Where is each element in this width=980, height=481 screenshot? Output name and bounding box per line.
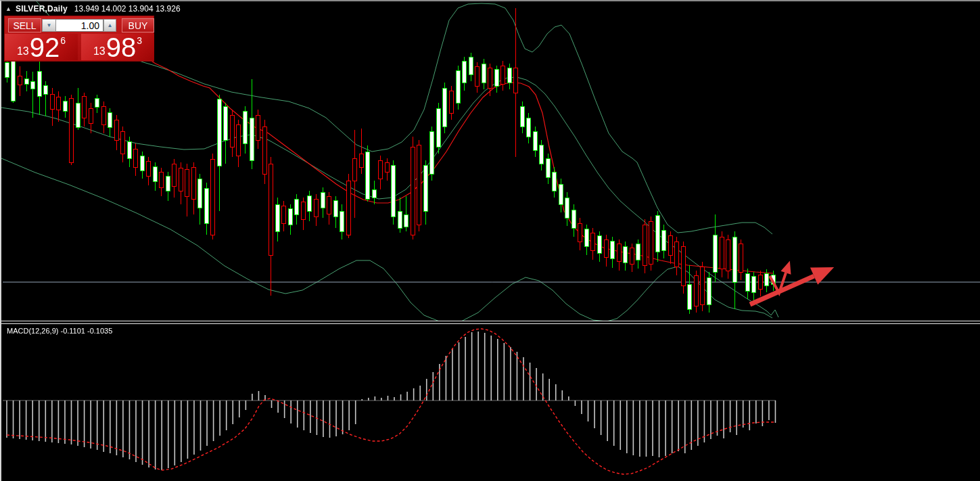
volume-increase-button[interactable]: ▲ [103, 19, 116, 32]
sell-button[interactable]: SELL [8, 18, 41, 32]
macd-indicator-area[interactable] [1, 324, 980, 481]
buy-button[interactable]: BUY [122, 18, 154, 32]
chart-title-bar: ▲ SILVER,Daily 13.949 14.002 13.904 13.9… [5, 3, 181, 14]
sell-price-big-digits: 92 [30, 37, 60, 59]
collapse-trade-panel-icon[interactable]: ▲ [5, 5, 11, 12]
sell-price-pip-digit: 6 [60, 36, 66, 45]
volume-input[interactable] [56, 19, 103, 32]
buy-price-big-digits: 98 [106, 37, 137, 59]
sell-price-prefix: 13 [17, 46, 29, 57]
buy-price-prefix: 13 [93, 46, 106, 57]
sell-price-quote[interactable]: 13 92 6 [5, 34, 78, 60]
one-click-trading-panel: SELL ▼ ▲ BUY 13 92 6 13 98 3 [4, 16, 154, 62]
chart-symbol-period: SILVER,Daily [16, 4, 68, 14]
chevron-up-icon: ▲ [108, 22, 113, 28]
buy-price-pip-digit: 3 [137, 36, 142, 45]
chart-window: ▲ SILVER,Daily 13.949 14.002 13.904 13.9… [0, 0, 980, 481]
subwindow-divider[interactable] [1, 321, 980, 324]
volume-decrease-button[interactable]: ▼ [42, 19, 56, 32]
chevron-down-icon: ▼ [47, 22, 52, 28]
chart-ohlc-values: 13.949 14.002 13.904 13.926 [74, 4, 181, 14]
buy-price-quote[interactable]: 13 98 3 [81, 34, 154, 60]
macd-indicator-label: MACD(12,26,9) -0.1101 -0.1035 [7, 327, 112, 335]
